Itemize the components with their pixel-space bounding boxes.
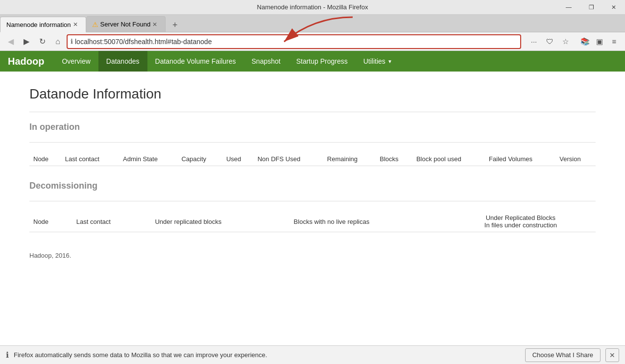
warning-icon: ⚠ xyxy=(92,21,98,28)
back-icon: ◀ xyxy=(8,37,14,46)
tab-server-close[interactable]: ✕ xyxy=(150,20,159,29)
nav-overview[interactable]: Overview xyxy=(54,51,98,72)
decom-col-no-live-replicas: Blocks with no live replicas xyxy=(290,211,446,232)
url-input[interactable] xyxy=(75,38,517,46)
section-decomissioning-title: Decomissioning xyxy=(29,181,596,191)
tab-server-not-found[interactable]: ⚠ Server Not Found ✕ xyxy=(86,16,166,32)
in-operation-table: Node Last contact Admin State Capacity U… xyxy=(29,152,596,166)
hadoop-logo: Hadoop xyxy=(8,56,44,67)
section-in-operation-title: In operation xyxy=(29,122,596,132)
decom-col-under-replicated: Under replicated blocks xyxy=(151,211,289,232)
tab-bar: Namenode information ✕ ⚠ Server Not Foun… xyxy=(0,15,625,32)
nav-startup-progress[interactable]: Startup Progress xyxy=(288,51,356,72)
col-failed-volumes: Failed Volumes xyxy=(485,152,555,166)
bottom-bar: ℹ Firefox automatically sends some data … xyxy=(0,345,625,364)
url-bar[interactable]: ℹ xyxy=(67,34,521,49)
nav-utilities[interactable]: Utilities ▼ xyxy=(356,51,400,72)
col-non-dfs-used: Non DFS Used xyxy=(254,152,323,166)
forward-button[interactable]: ▶ xyxy=(20,35,33,49)
bottom-bar-icon: ℹ xyxy=(6,350,9,360)
window-title: Namenode information - Mozilla Firefox xyxy=(257,3,368,11)
bookmark-button[interactable]: ☆ xyxy=(558,35,572,49)
decom-col-under-replicated-construction: Under Replicated BlocksIn files under co… xyxy=(446,211,596,232)
divider-2 xyxy=(29,142,596,143)
nav-snapshot[interactable]: Snapshot xyxy=(244,51,288,72)
nav-datanodes[interactable]: Datanodes xyxy=(98,51,147,72)
col-node: Node xyxy=(29,152,61,166)
menu-button[interactable]: ··· xyxy=(527,35,541,49)
page-title: Datanode Information xyxy=(29,86,596,102)
tab-server-label: Server Not Found xyxy=(100,21,151,28)
home-button[interactable]: ⌂ xyxy=(51,35,65,49)
shield-button[interactable]: 🛡 xyxy=(543,35,556,49)
main-content: Datanode Information In operation Node L… xyxy=(0,72,625,274)
back-button[interactable]: ◀ xyxy=(4,35,18,49)
tab-namenode[interactable]: Namenode information ✕ xyxy=(0,17,86,32)
nav-right-icons: ··· 🛡 ☆ xyxy=(527,35,572,49)
tab-namenode-label: Namenode information xyxy=(6,21,71,28)
col-block-pool-used: Block pool used xyxy=(412,152,485,166)
col-last-contact: Last contact xyxy=(61,152,119,166)
hadoop-nav: Hadoop Overview Datanodes Datanode Volum… xyxy=(0,51,625,72)
url-info-icon: ℹ xyxy=(71,38,73,45)
library-button[interactable]: 📚 xyxy=(578,35,592,49)
divider-3 xyxy=(29,201,596,201)
col-capacity: Capacity xyxy=(177,152,222,166)
decomissioning-table: Node Last contact Under replicated block… xyxy=(29,211,596,232)
hamburger-menu-button[interactable]: ≡ xyxy=(607,35,621,49)
sidebar-icons: 📚 ▣ ≡ xyxy=(578,35,621,49)
restore-button[interactable]: ❐ xyxy=(580,0,602,15)
nav-bar: ◀ ▶ ↻ ⌂ ℹ ··· 🛡 ☆ 📚 ▣ ≡ xyxy=(0,32,625,51)
col-version: Version xyxy=(555,152,596,166)
in-operation-header-row: Node Last contact Admin State Capacity U… xyxy=(29,152,596,166)
home-icon: ⌂ xyxy=(55,37,60,46)
window-controls: — ❐ ✕ xyxy=(557,0,625,14)
decom-col-last-contact: Last contact xyxy=(72,211,151,232)
refresh-button[interactable]: ↻ xyxy=(35,35,49,49)
new-tab-button[interactable]: + xyxy=(168,18,182,32)
refresh-icon: ↻ xyxy=(39,37,46,46)
col-admin-state: Admin State xyxy=(119,152,177,166)
decom-col-node: Node xyxy=(29,211,72,232)
col-used: Used xyxy=(222,152,254,166)
title-bar: Namenode information - Mozilla Firefox —… xyxy=(0,0,625,15)
minimize-button[interactable]: — xyxy=(557,0,580,15)
col-remaining: Remaining xyxy=(323,152,376,166)
col-blocks: Blocks xyxy=(376,152,412,166)
bottom-bar-close-button[interactable]: ✕ xyxy=(605,348,619,362)
decomissioning-header-row: Node Last contact Under replicated block… xyxy=(29,211,596,232)
sidebar-toggle-button[interactable]: ▣ xyxy=(593,35,606,49)
tab-namenode-close[interactable]: ✕ xyxy=(71,20,80,29)
utilities-dropdown-arrow: ▼ xyxy=(387,59,392,64)
forward-icon: ▶ xyxy=(24,37,29,46)
footer: Hadoop, 2016. xyxy=(29,252,596,259)
bottom-bar-message: Firefox automatically sends some data to… xyxy=(14,351,520,359)
nav-datanode-volume-failures[interactable]: Datanode Volume Failures xyxy=(147,51,244,72)
choose-what-i-share-button[interactable]: Choose What I Share xyxy=(525,348,601,362)
divider-1 xyxy=(29,112,596,112)
close-button[interactable]: ✕ xyxy=(602,0,625,15)
